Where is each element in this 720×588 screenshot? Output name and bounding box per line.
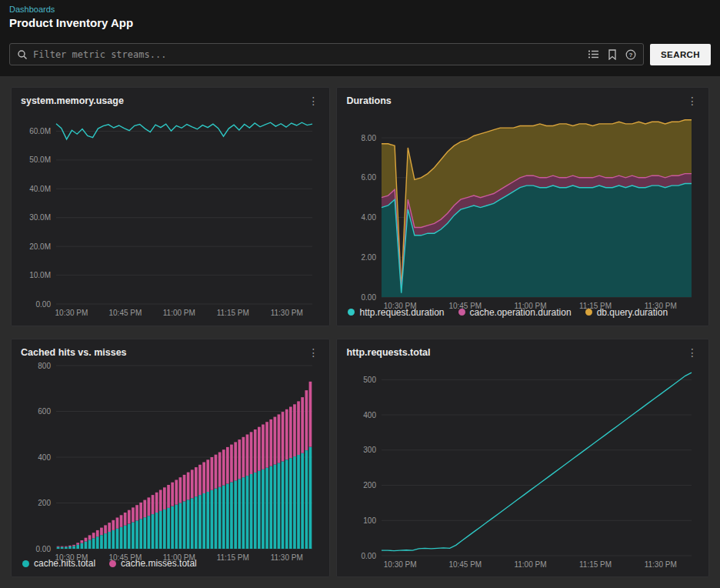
svg-text:20.0M: 20.0M — [29, 242, 51, 251]
search-row: ? SEARCH — [0, 29, 720, 76]
svg-text:4.00: 4.00 — [362, 213, 377, 222]
help-icon[interactable]: ? — [625, 49, 636, 60]
svg-text:30.0M: 30.0M — [29, 213, 51, 222]
bookmark-icon[interactable] — [608, 49, 617, 60]
panel-header: http.requests.total ⋮ — [346, 347, 699, 358]
svg-text:10:30 PM: 10:30 PM — [55, 309, 88, 317]
svg-text:800: 800 — [38, 361, 51, 369]
svg-text:11:00 PM: 11:00 PM — [163, 553, 195, 562]
svg-text:400: 400 — [364, 410, 377, 419]
search-icon — [17, 49, 28, 60]
svg-text:2.00: 2.00 — [362, 253, 377, 262]
svg-text:40.0M: 40.0M — [29, 185, 51, 193]
kebab-menu-icon[interactable]: ⋮ — [306, 347, 320, 358]
svg-text:300: 300 — [364, 446, 377, 454]
svg-text:10:45 PM: 10:45 PM — [449, 560, 482, 569]
svg-text:11:15 PM: 11:15 PM — [217, 309, 249, 317]
panel-title: Cached hits vs. misses — [21, 347, 127, 358]
system-memory-usage-chart: 0.0010.0M20.0M30.0M40.0M50.0M60.0M10:30 … — [21, 106, 320, 319]
svg-text:10:30 PM: 10:30 PM — [384, 302, 417, 310]
panel-header: Cached hits vs. misses ⋮ — [21, 347, 320, 358]
svg-text:10:45 PM: 10:45 PM — [109, 553, 142, 562]
svg-text:11:15 PM: 11:15 PM — [579, 560, 612, 569]
breadcrumb-dashboards[interactable]: Dashboards — [9, 5, 711, 14]
kebab-menu-icon[interactable]: ⋮ — [685, 95, 699, 106]
svg-text:200: 200 — [38, 499, 51, 507]
svg-text:6.00: 6.00 — [362, 173, 377, 182]
search-input[interactable] — [33, 49, 582, 60]
svg-text:0.00: 0.00 — [362, 551, 377, 560]
svg-text:0.00: 0.00 — [36, 544, 52, 553]
panel-title: system.memory.usage — [21, 95, 124, 106]
panel-http-requests-total: http.requests.total ⋮ 0.0010020030040050… — [336, 339, 709, 578]
svg-text:?: ? — [629, 52, 633, 58]
http-requests-total-chart: 0.0010020030040050010:30 PM10:45 PM11:00… — [346, 358, 699, 571]
svg-text:8.00: 8.00 — [362, 134, 377, 142]
svg-text:10:45 PM: 10:45 PM — [449, 302, 482, 310]
svg-text:500: 500 — [364, 375, 377, 383]
panel-header: Durations ⋮ — [346, 95, 699, 106]
svg-text:11:30 PM: 11:30 PM — [271, 309, 303, 317]
cached-hits-vs-misses-chart: 0.0020040060080010:30 PM10:45 PM11:00 PM… — [21, 358, 320, 564]
svg-text:11:30 PM: 11:30 PM — [271, 553, 303, 562]
kebab-menu-icon[interactable]: ⋮ — [306, 95, 320, 106]
svg-text:10:30 PM: 10:30 PM — [384, 560, 417, 569]
list-view-icon[interactable] — [588, 49, 599, 59]
svg-text:11:15 PM: 11:15 PM — [217, 553, 249, 562]
panel-cached-hits-vs-misses: Cached hits vs. misses ⋮ 0.0020040060080… — [11, 339, 330, 578]
svg-text:0.00: 0.00 — [36, 300, 52, 309]
svg-text:11:30 PM: 11:30 PM — [645, 302, 677, 310]
svg-text:50.0M: 50.0M — [29, 155, 51, 164]
svg-text:11:00 PM: 11:00 PM — [163, 309, 195, 317]
svg-text:60.0M: 60.0M — [29, 127, 51, 135]
chart-area: 0.0020040060080010:30 PM10:45 PM11:00 PM… — [21, 358, 320, 553]
svg-text:100: 100 — [364, 516, 377, 524]
svg-text:11:00 PM: 11:00 PM — [515, 302, 547, 310]
svg-text:0.00: 0.00 — [362, 293, 377, 302]
svg-text:200: 200 — [364, 481, 377, 489]
panel-system-memory-usage: system.memory.usage ⋮ 0.0010.0M20.0M30.0… — [11, 87, 330, 326]
svg-text:11:00 PM: 11:00 PM — [515, 560, 547, 569]
svg-text:10:30 PM: 10:30 PM — [55, 553, 88, 562]
panel-title: http.requests.total — [346, 347, 430, 358]
svg-text:10.0M: 10.0M — [29, 271, 51, 279]
search-box[interactable]: ? — [9, 43, 644, 65]
svg-text:11:15 PM: 11:15 PM — [579, 302, 612, 310]
chart-area: 0.0010020030040050010:30 PM10:45 PM11:00… — [346, 358, 699, 571]
panel-durations: Durations ⋮ 0.002.004.006.008.0010:30 PM… — [336, 87, 709, 326]
svg-text:400: 400 — [38, 453, 51, 461]
chart-area: 0.0010.0M20.0M30.0M40.0M50.0M60.0M10:30 … — [21, 106, 320, 319]
page-title: Product Inventory App — [9, 16, 711, 29]
svg-text:10:45 PM: 10:45 PM — [109, 309, 142, 317]
panel-title: Durations — [346, 95, 391, 106]
panel-header: system.memory.usage ⋮ — [21, 95, 320, 106]
kebab-menu-icon[interactable]: ⋮ — [685, 347, 699, 358]
dashboard-grid: system.memory.usage ⋮ 0.0010.0M20.0M30.0… — [0, 76, 720, 588]
search-button[interactable]: SEARCH — [650, 44, 711, 65]
durations-chart: 0.002.004.006.008.0010:30 PM10:45 PM11:0… — [346, 106, 699, 312]
chart-area: 0.002.004.006.008.0010:30 PM10:45 PM11:0… — [346, 106, 699, 302]
page-header: Dashboards Product Inventory App — [0, 0, 720, 29]
svg-text:600: 600 — [38, 407, 51, 416]
search-input-icons: ? — [588, 49, 636, 60]
svg-text:11:30 PM: 11:30 PM — [645, 560, 677, 569]
